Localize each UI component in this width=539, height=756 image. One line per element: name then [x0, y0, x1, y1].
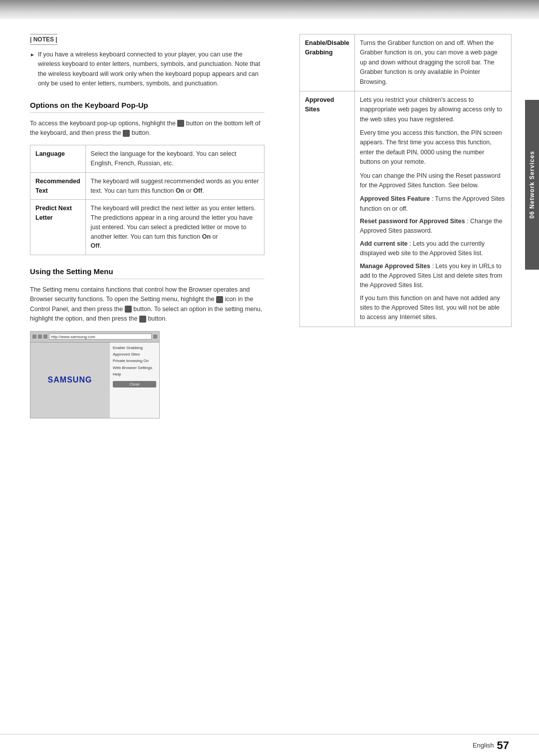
menu-item-approved: Approved Sites [113, 352, 156, 357]
settings-icon [216, 296, 223, 303]
menu-item-help: Help [113, 372, 156, 377]
notes-title: | NOTES | [30, 34, 57, 45]
language-desc: Select the language for the keyboard. Yo… [85, 145, 264, 173]
table-row-grabbing: Enable/DisableGrabbing Turns the Grabber… [300, 34, 512, 91]
right-column: Enable/DisableGrabbing Turns the Grabber… [294, 34, 512, 418]
keyboard-section: Options on the Keyboard Pop-Up To access… [30, 101, 265, 256]
grabbing-label: Enable/DisableGrabbing [300, 34, 355, 91]
predict-label: Predict NextLetter [30, 200, 86, 255]
enter-icon [123, 130, 130, 137]
enter-icon2 [125, 306, 132, 313]
approved-sites-label: Approved Sites [300, 91, 355, 327]
table-row-recommended: RecommendedText The keyboard will sugges… [30, 172, 265, 200]
samsung-logo: SAMSUNG [48, 376, 92, 384]
right-table: Enable/DisableGrabbing Turns the Grabber… [299, 34, 512, 327]
language-label: Language [30, 145, 86, 173]
browser-btn-4 [153, 335, 157, 339]
recommended-label: RecommendedText [30, 172, 86, 200]
menu-item-private: Private browsing On [113, 359, 156, 364]
top-decorative-bar [0, 0, 539, 19]
screenshot-left-panel: SAMSUNG [30, 343, 109, 418]
page-number: 57 [497, 739, 509, 752]
setting-section: Using the Setting Menu The Setting menu … [30, 267, 265, 418]
browser-btn-2 [38, 335, 42, 339]
keyboard-intro: To access the keyboard pop-up options, h… [30, 119, 265, 138]
bottom-bar: English 57 [0, 734, 539, 756]
keyboard-section-heading: Options on the Keyboard Pop-Up [30, 101, 265, 113]
browser-bar: http://www.samsung.com [30, 332, 159, 343]
keyboard-table: Language Select the language for the key… [30, 145, 265, 255]
enter-icon3 [139, 316, 146, 323]
approved-sites-desc: Lets you restrict your children's access… [354, 91, 511, 327]
notes-bullet-text: If you have a wireless keyboard connecte… [38, 50, 265, 89]
table-row-approved-sites: Approved Sites Lets you restrict your ch… [300, 91, 512, 327]
left-column: | NOTES | ► If you have a wireless keybo… [30, 34, 274, 418]
keyboard-icon [177, 120, 184, 127]
predict-desc: The keyboard will predict the next lette… [85, 200, 264, 255]
setting-intro: The Setting menu contains functions that… [30, 285, 265, 324]
notes-content: ► If you have a wireless keyboard connec… [30, 50, 265, 89]
table-row-language: Language Select the language for the key… [30, 145, 265, 173]
browser-url: http://www.samsung.com [49, 334, 152, 340]
notes-bullet: ► If you have a wireless keyboard connec… [30, 50, 265, 89]
side-tab-text: 06 Network Services [529, 151, 536, 219]
browser-btn-1 [32, 335, 36, 339]
bullet-arrow-icon: ► [30, 51, 35, 59]
close-button[interactable]: Close [113, 381, 156, 387]
menu-item-settings: Web Browser Settings [113, 366, 156, 371]
screenshot-menu-panel: Enable Grabbing Approved Sites Private b… [109, 343, 159, 418]
side-tab: 06 Network Services [525, 100, 539, 270]
screenshot-body: SAMSUNG Enable Grabbing Approved Sites P… [30, 343, 159, 418]
notes-section: | NOTES | ► If you have a wireless keybo… [30, 34, 265, 89]
language-label: English [473, 742, 494, 749]
main-content: | NOTES | ► If you have a wireless keybo… [0, 19, 539, 433]
browser-btn-3 [43, 335, 47, 339]
grabbing-desc: Turns the Grabber function on and off. W… [354, 34, 511, 91]
setting-section-heading: Using the Setting Menu [30, 267, 265, 279]
menu-item-grabbing: Enable Grabbing [113, 346, 156, 351]
table-row-predict: Predict NextLetter The keyboard will pre… [30, 200, 265, 255]
recommended-desc: The keyboard will suggest recommended wo… [85, 172, 264, 200]
screenshot-image: http://www.samsung.com SAMSUNG Enable Gr… [30, 331, 160, 418]
